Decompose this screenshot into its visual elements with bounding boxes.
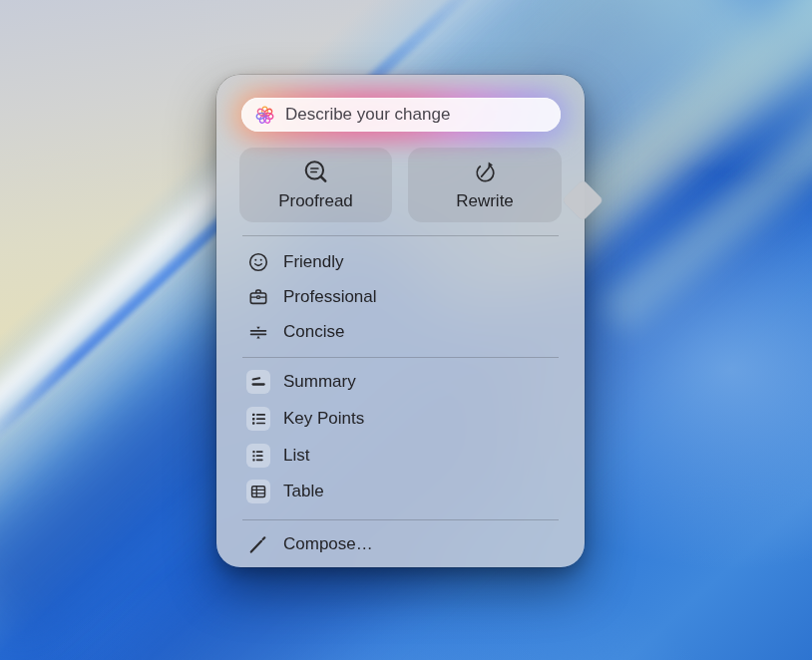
menu-item-friendly[interactable]: Friendly: [246, 245, 557, 279]
menu-item-summary[interactable]: Summary: [246, 365, 557, 399]
table-grid-icon: [246, 480, 270, 503]
desktop-wallpaper: Describe your change Proofread: [0, 0, 812, 660]
describe-change-input-wrap: Describe your change: [241, 98, 561, 132]
table-label: Table: [283, 482, 324, 501]
smiley-face-icon: [246, 250, 270, 274]
summary-lines-icon: [246, 370, 270, 394]
menu-item-concise[interactable]: Concise: [246, 315, 557, 349]
wallpaper-cyan-streak: [599, 33, 812, 336]
compose-label: Compose…: [283, 534, 373, 554]
bulleted-list-icon: [246, 407, 270, 431]
rewrite-label: Rewrite: [456, 191, 514, 211]
proofread-button[interactable]: Proofread: [239, 148, 392, 222]
briefcase-icon: [246, 285, 270, 309]
divider: [242, 235, 559, 236]
proofread-label: Proofread: [278, 191, 353, 211]
list-label: List: [283, 446, 309, 466]
writing-tools-popover: Describe your change Proofread: [216, 75, 585, 567]
rewrite-clockwise-pencil-icon: [472, 159, 499, 185]
describe-change-placeholder: Describe your change: [285, 105, 450, 125]
concise-label: Concise: [283, 322, 344, 342]
divider: [242, 519, 559, 520]
menu-item-list[interactable]: List: [246, 439, 557, 473]
summary-label: Summary: [283, 372, 356, 392]
menu-item-table[interactable]: Table: [246, 475, 557, 508]
divider: [242, 357, 559, 358]
proofread-magnifier-icon: [302, 159, 329, 185]
friendly-label: Friendly: [283, 252, 343, 272]
rewrite-button[interactable]: Rewrite: [408, 148, 562, 222]
compress-lines-icon: [246, 320, 270, 344]
apple-intelligence-icon: [252, 103, 276, 127]
pencil-icon: [246, 532, 270, 556]
describe-change-input[interactable]: Describe your change: [241, 98, 561, 132]
key-points-label: Key Points: [283, 409, 364, 429]
professional-label: Professional: [283, 287, 377, 307]
menu-item-professional[interactable]: Professional: [246, 280, 557, 314]
menu-item-key-points[interactable]: Key Points: [246, 402, 557, 436]
compact-list-icon: [246, 444, 270, 468]
menu-item-compose[interactable]: Compose…: [246, 527, 557, 561]
